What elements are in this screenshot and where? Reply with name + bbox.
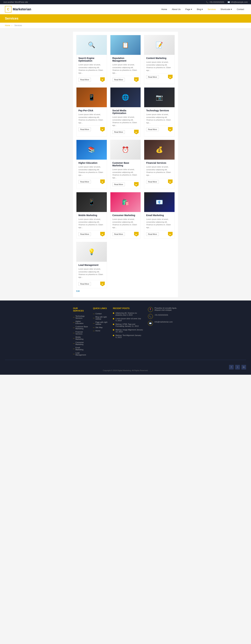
service-link[interactable]: Lead Management: [75, 352, 88, 356]
quick-link[interactable]: Site Map: [95, 326, 103, 328]
service-text: Lorem ipsum dolor sit amet, consectetur …: [146, 166, 173, 176]
list-item[interactable]: Consumer Marketing: [73, 341, 88, 346]
post-content: Lorem ipsum dolor sit amet July 4, 2019: [115, 318, 143, 322]
read-more-button[interactable]: Read More: [78, 180, 91, 184]
read-more-button[interactable]: Read More: [78, 232, 91, 236]
nav-about[interactable]: About Us: [170, 7, 182, 12]
nav-page[interactable]: Page ▾: [183, 7, 194, 12]
service-card-footer: Read More ▶: [146, 73, 173, 79]
service-image-icon: 📱: [88, 199, 95, 206]
read-more-button[interactable]: Read More: [146, 75, 159, 79]
quick-link[interactable]: Blog with right sidebar: [95, 316, 108, 320]
breadcrumb-current: Services: [14, 24, 22, 26]
read-more-button[interactable]: Read More: [78, 128, 91, 131]
service-link[interactable]: Financial Services: [75, 331, 88, 335]
service-image: 🔍: [76, 35, 107, 55]
list-item[interactable]: Higher Education: [73, 320, 88, 325]
post-text[interactable]: Adipiscing elit. Vivamus eu pharetra Jul…: [115, 312, 143, 316]
service-text: Lorem ipsum dolor sit amet, consectetur …: [112, 218, 139, 229]
read-more-button[interactable]: Read More: [78, 78, 91, 82]
post-dot: [113, 329, 114, 330]
footer-quick-links: QUICK LINKS ContactBlog with right sideb…: [93, 307, 108, 356]
service-link[interactable]: Consumer Marketing: [75, 342, 88, 345]
footer-contact: 📍 Phasellus id convallis ligula. Aliquam…: [148, 307, 178, 356]
service-link[interactable]: Mobile Marketing: [75, 336, 88, 340]
read-more-button[interactable]: Read More: [146, 128, 159, 131]
nav-services[interactable]: Services: [206, 7, 218, 12]
email-icon: ✉️ info@example.com: [228, 1, 248, 3]
service-title: Mobile Marketing: [78, 214, 105, 216]
service-image: 📧: [144, 192, 175, 212]
list-item[interactable]: Lead Management: [73, 351, 88, 356]
linkedin-icon[interactable]: in: [242, 365, 246, 370]
contact-info: 📞 +91-0101010101 ✉️ info@example.com: [206, 1, 248, 3]
read-more-button[interactable]: Read More: [78, 282, 91, 286]
list-item[interactable]: Mobile Marketing: [73, 336, 88, 341]
service-card-body: Consumer Marketing Lorem ipsum dolor sit…: [110, 212, 141, 238]
service-text: Lorem ipsum dolor sit amet, consectetur …: [112, 64, 139, 74]
service-link[interactable]: Customer Base Marketing: [75, 326, 88, 330]
list-item[interactable]: Blog with right sidebar: [93, 315, 108, 320]
service-card-body: Lead Management Lorem ipsum dolor sit am…: [76, 262, 107, 288]
nav-home[interactable]: Home: [159, 7, 169, 12]
list-item[interactable]: Financial Services: [73, 330, 88, 336]
list-item[interactable]: Home: [93, 329, 108, 332]
read-more-button[interactable]: Read More: [112, 78, 125, 82]
footer-grid: OUR SERVICES Technology ServicesHigher E…: [73, 307, 178, 356]
service-title: Reputation Management: [112, 57, 139, 62]
service-image-icon: 💡: [88, 248, 95, 255]
edit-link[interactable]: Edit: [76, 290, 80, 292]
service-card: 📱 Mobile Marketing Lorem ipsum dolor sit…: [76, 192, 107, 238]
list-item[interactable]: Contact: [93, 312, 108, 315]
quick-link[interactable]: Contact: [95, 313, 102, 314]
service-image-icon: ⏰: [122, 146, 129, 153]
service-card-body: Reputation Management Lorem ipsum dolor …: [110, 55, 141, 84]
list-item[interactable]: Site Map: [93, 326, 108, 329]
footer-social: f t in: [5, 365, 246, 370]
service-card-body: Search Engine Optimization Lorem ipsum d…: [76, 55, 107, 84]
service-card-body: Mobile Marketing Lorem ipsum dolor sit a…: [76, 212, 107, 238]
read-more-button[interactable]: Read More: [146, 180, 159, 184]
service-image: 💰: [144, 140, 175, 160]
logo-text: Marketerian: [13, 8, 31, 11]
service-link[interactable]: Higher Education: [75, 320, 88, 324]
read-more-button[interactable]: Read More: [112, 182, 125, 186]
read-more-button[interactable]: Read More: [112, 130, 125, 134]
nav-shortcode[interactable]: Shortcode ▾: [219, 7, 234, 12]
breadcrumb-home[interactable]: Home: [5, 24, 10, 26]
nav-blog[interactable]: Blog ▾: [195, 7, 205, 12]
service-link[interactable]: Email Marketing: [75, 347, 88, 350]
service-title: Email Marketing: [146, 214, 173, 216]
post-text[interactable]: Markup: Image Alignment January 10, 2013: [115, 329, 143, 333]
post-content: Markup: Text Alignment January 9, 2013: [115, 334, 143, 338]
facebook-icon[interactable]: f: [229, 365, 234, 370]
logo[interactable]: C Marketerian: [5, 6, 31, 12]
post-text[interactable]: Markup: Text Alignment January 9, 2013: [115, 334, 143, 338]
service-card-footer: Read More ▶: [78, 230, 105, 236]
read-more-button[interactable]: Read More: [112, 232, 125, 236]
list-item[interactable]: Email Marketing: [73, 346, 88, 351]
service-link[interactable]: Technology Services: [75, 315, 88, 319]
quick-link[interactable]: Home: [95, 330, 100, 332]
service-card-body: Pay-Per-Click Lorem ipsum dolor sit amet…: [76, 107, 107, 134]
service-card: 📱 Pay-Per-Click Lorem ipsum dolor sit am…: [76, 87, 107, 136]
post-text[interactable]: Markup: HTML Tags and Formatting January…: [115, 323, 143, 327]
list-item[interactable]: Customer Base Marketing: [73, 325, 88, 330]
twitter-icon[interactable]: t: [235, 365, 240, 370]
service-card-footer: Read More ▶: [112, 128, 139, 134]
list-item[interactable]: Page with right sidebar: [93, 320, 108, 326]
nav-contact[interactable]: Contact: [235, 7, 246, 12]
read-more-button[interactable]: Read More: [146, 232, 159, 236]
service-text: Lorem ipsum dolor sit amet, consectetur …: [78, 64, 105, 74]
breadcrumb: Home › Services: [0, 23, 251, 28]
top-bar: Just another WordPress site 📞 +91-010101…: [0, 0, 251, 4]
quick-link[interactable]: Page with right sidebar: [95, 321, 108, 325]
service-card: 📧 Email Marketing Lorem ipsum dolor sit …: [144, 192, 175, 238]
main-nav: Home About Us Page ▾ Blog ▾ Services Sho…: [159, 7, 246, 12]
contact-phone-item: 📞 +91-0101010101: [148, 314, 178, 319]
post-text[interactable]: Lorem ipsum dolor sit amet July 4, 2019: [115, 318, 143, 322]
recent-post: Lorem ipsum dolor sit amet July 4, 2019: [113, 318, 143, 322]
page-title: Services: [5, 16, 246, 20]
list-item[interactable]: Technology Services: [73, 314, 88, 320]
phone-icon: 📞 +91-0101010101: [206, 1, 224, 3]
